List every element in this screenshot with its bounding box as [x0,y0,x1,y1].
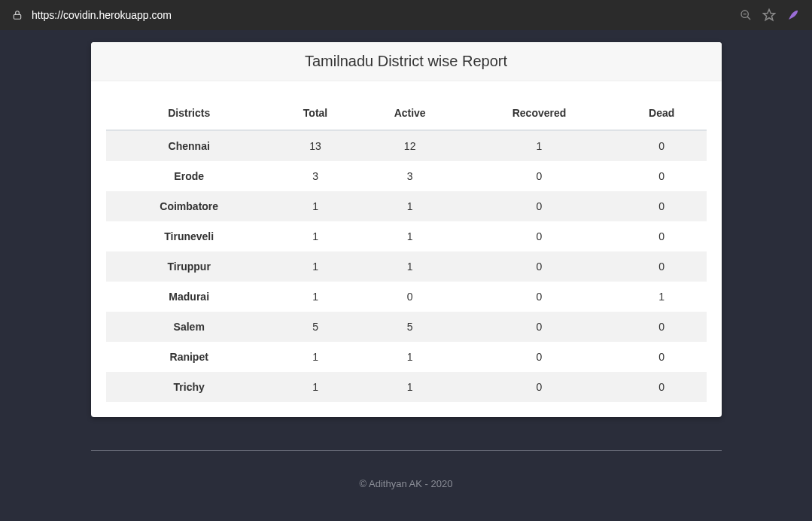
footer-text: © Adithyan AK - 2020 [0,478,812,489]
cell-recovered: 0 [461,342,617,372]
page-title: Tamilnadu District wise Report [91,53,722,70]
browser-address-bar: https://covidin.herokuapp.com [0,0,812,30]
cell-district: Coimbatore [106,191,272,221]
cell-total: 5 [272,312,358,342]
cell-recovered: 0 [461,161,617,191]
cell-district: Erode [106,161,272,191]
table-row: Chennai131210 [106,130,707,161]
svg-line-2 [747,17,750,20]
cell-dead: 0 [617,191,707,221]
cell-recovered: 0 [461,282,617,312]
svg-marker-4 [764,10,775,20]
cell-district: Tiruppur [106,251,272,282]
cell-active: 0 [358,282,461,312]
cell-recovered: 0 [461,372,617,402]
browser-actions [740,8,806,22]
lock-icon [6,10,23,20]
cell-active: 1 [358,221,461,251]
cell-dead: 0 [617,130,707,161]
col-recovered: Recovered [461,96,617,130]
cell-active: 12 [358,130,461,161]
cell-dead: 1 [617,282,707,312]
cell-district: Chennai [106,130,272,161]
cell-total: 1 [272,221,358,251]
cell-total: 1 [272,372,358,402]
table-row: Tiruppur1100 [106,251,707,282]
cell-dead: 0 [617,372,707,402]
card-body: Districts Total Active Recovered Dead Ch… [91,81,722,417]
col-dead: Dead [617,96,707,130]
cell-district: Trichy [106,372,272,402]
cell-total: 1 [272,282,358,312]
cell-active: 1 [358,191,461,221]
report-card: Tamilnadu District wise Report Districts… [91,42,722,417]
cell-active: 3 [358,161,461,191]
cell-dead: 0 [617,312,707,342]
favorite-star-icon[interactable] [762,8,776,22]
cell-district: Salem [106,312,272,342]
table-header-row: Districts Total Active Recovered Dead [106,96,707,130]
cell-active: 1 [358,342,461,372]
cell-total: 1 [272,251,358,282]
feather-icon[interactable] [786,8,800,22]
footer-divider [91,450,722,451]
district-table: Districts Total Active Recovered Dead Ch… [106,96,707,402]
table-row: Trichy1100 [106,372,707,402]
col-district: Districts [106,96,272,130]
cell-district: Ranipet [106,342,272,372]
col-total: Total [272,96,358,130]
cell-dead: 0 [617,161,707,191]
cell-total: 1 [272,191,358,221]
cell-district: Tiruneveli [106,221,272,251]
cell-recovered: 0 [461,221,617,251]
cell-total: 3 [272,161,358,191]
cell-dead: 0 [617,221,707,251]
table-row: Tiruneveli1100 [106,221,707,251]
page-content: Tamilnadu District wise Report Districts… [0,30,812,521]
cell-dead: 0 [617,342,707,372]
svg-rect-0 [14,14,20,19]
zoom-out-icon[interactable] [740,9,752,21]
cell-active: 1 [358,251,461,282]
cell-district: Madurai [106,282,272,312]
table-row: Coimbatore1100 [106,191,707,221]
cell-recovered: 0 [461,251,617,282]
url-text[interactable]: https://covidin.herokuapp.com [29,9,734,21]
cell-active: 5 [358,312,461,342]
cell-recovered: 1 [461,130,617,161]
card-header: Tamilnadu District wise Report [91,42,722,81]
table-row: Madurai1001 [106,282,707,312]
cell-dead: 0 [617,251,707,282]
table-row: Salem5500 [106,312,707,342]
table-row: Erode3300 [106,161,707,191]
cell-recovered: 0 [461,191,617,221]
cell-recovered: 0 [461,312,617,342]
cell-active: 1 [358,372,461,402]
cell-total: 13 [272,130,358,161]
col-active: Active [358,96,461,130]
cell-total: 1 [272,342,358,372]
table-row: Ranipet1100 [106,342,707,372]
